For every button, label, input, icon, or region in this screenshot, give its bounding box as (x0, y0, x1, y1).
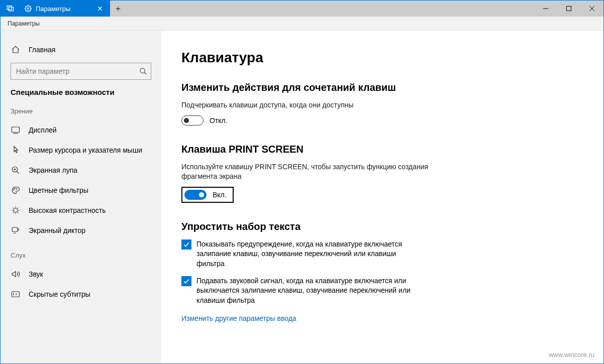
search-icon (139, 67, 147, 75)
gear-icon (25, 5, 32, 12)
search-input[interactable] (11, 63, 151, 80)
sidebar-item-label: Высокая контрастность (29, 206, 106, 214)
checkbox-checked-icon (181, 276, 191, 286)
svg-line-23 (18, 208, 19, 209)
breadcrumb-text: Параметры (8, 20, 40, 27)
checkbox-label: Подавать звуковой сигнал, когда на клави… (196, 276, 423, 306)
svg-line-5 (144, 72, 146, 74)
audio-icon (11, 270, 21, 279)
narrator-icon (11, 226, 21, 235)
setting-desc: Используйте клавишу PRINT SCREEN, чтобы … (181, 162, 463, 182)
sidebar-item-label: Главная (29, 46, 55, 54)
minimize-button[interactable] (534, 1, 557, 17)
checkbox-play-sound[interactable]: Подавать звуковой сигнал, когда на клави… (181, 276, 423, 306)
sidebar-item-audio[interactable]: Звук (1, 264, 161, 284)
sidebar-category: Специальные возможности (1, 88, 161, 96)
setting-desc: Подчеркивать клавиши доступа, когда они … (181, 100, 463, 110)
sidebar-item-label: Скрытые субтитры (29, 290, 90, 298)
captions-icon (11, 290, 21, 299)
svg-point-15 (14, 208, 18, 212)
section-heading: Клавиша PRINT SCREEN (181, 144, 463, 155)
toggle-state-label: Откл. (210, 116, 228, 125)
svg-point-4 (140, 68, 145, 73)
toggle-state-label: Вкл. (213, 191, 227, 199)
sidebar-item-label: Экранный диктор (29, 226, 85, 234)
toggle-switch[interactable] (184, 190, 207, 200)
content: Клавиатура Изменить действия для сочетан… (161, 31, 603, 363)
section-shortcut-actions: Изменить действия для сочетаний клавиш П… (181, 82, 463, 126)
task-view-icon (6, 5, 14, 13)
sidebar-item-home[interactable]: Главная (1, 40, 161, 60)
svg-marker-25 (12, 272, 16, 277)
display-icon (11, 126, 21, 135)
sidebar-item-label: Звук (29, 270, 43, 278)
sidebar-item-narrator[interactable]: Экранный диктор (1, 220, 161, 240)
watermark: www.wincore.ru (549, 351, 594, 358)
contrast-icon (11, 206, 21, 215)
sidebar-item-magnifier[interactable]: Экранная лупа (1, 160, 161, 180)
toggle-print-screen[interactable]: Вкл. (181, 187, 234, 203)
titlebar-drag-area[interactable] (126, 1, 534, 17)
link-other-input-settings[interactable]: Изменить другие параметры ввода (181, 314, 296, 322)
section-simplify-typing: Упростить набор текста Показывать предуп… (181, 221, 463, 323)
svg-rect-26 (12, 292, 20, 297)
svg-point-12 (14, 190, 15, 191)
toggle-switch[interactable] (181, 115, 204, 126)
home-icon (11, 45, 21, 54)
checkbox-show-warning[interactable]: Показывать предупреждение, когда на клав… (181, 239, 423, 269)
sidebar-item-label: Размер курсора и указателя мыши (29, 146, 142, 154)
sidebar: Главная Специальные возможности Зрение Д… (1, 31, 161, 363)
svg-line-20 (13, 208, 14, 209)
new-tab-button[interactable]: ＋ (110, 1, 126, 17)
svg-rect-0 (7, 6, 12, 10)
sidebar-item-display[interactable]: Дисплей (1, 120, 161, 140)
svg-rect-1 (9, 7, 13, 11)
sidebar-item-captions[interactable]: Скрытые субтитры (1, 284, 161, 304)
sidebar-item-cursor[interactable]: Размер курсора и указателя мыши (1, 140, 161, 160)
close-button[interactable] (580, 1, 603, 17)
sidebar-item-high-contrast[interactable]: Высокая контрастность (1, 200, 161, 220)
section-heading: Упростить набор текста (181, 221, 463, 232)
settings-window: Параметры ✕ ＋ Параметры (0, 0, 604, 364)
svg-point-2 (27, 8, 29, 10)
svg-rect-24 (12, 227, 18, 231)
svg-line-9 (17, 171, 19, 174)
tab-close-button[interactable]: ✕ (95, 5, 105, 13)
checkbox-label: Показывать предупреждение, когда на клав… (196, 239, 423, 269)
magnifier-icon (11, 166, 21, 175)
svg-point-13 (15, 188, 16, 189)
search-wrap (11, 63, 151, 80)
svg-point-14 (17, 188, 18, 189)
section-print-screen: Клавиша PRINT SCREEN Используйте клавишу… (181, 144, 463, 203)
sidebar-item-label: Экранная лупа (29, 166, 77, 174)
window-controls (534, 1, 603, 17)
svg-rect-6 (12, 127, 20, 133)
maximize-button[interactable] (557, 1, 580, 17)
tab-title: Параметры (36, 5, 91, 13)
tab-settings[interactable]: Параметры ✕ (20, 1, 110, 17)
sidebar-item-color-filters[interactable]: Цветные фильтры (1, 180, 161, 200)
page-title: Клавиатура (181, 50, 583, 66)
svg-line-21 (18, 212, 19, 213)
body: Главная Специальные возможности Зрение Д… (1, 31, 603, 363)
section-heading: Изменить действия для сочетаний клавиш (181, 82, 463, 93)
cursor-icon (11, 146, 21, 155)
sidebar-item-label: Дисплей (29, 126, 57, 134)
maximize-icon (566, 6, 571, 11)
breadcrumb: Параметры (1, 17, 603, 31)
minimize-icon (543, 6, 548, 11)
svg-line-22 (13, 212, 14, 213)
task-view-button[interactable] (1, 1, 20, 17)
palette-icon (11, 186, 21, 195)
checkbox-checked-icon (181, 239, 191, 250)
svg-rect-3 (567, 7, 571, 11)
toggle-underline-access-keys[interactable]: Откл. (181, 115, 463, 126)
tabset: Параметры ✕ ＋ (1, 1, 126, 17)
sidebar-group-hearing: Слух (1, 252, 161, 259)
close-icon (589, 6, 594, 11)
sidebar-item-label: Цветные фильтры (29, 186, 88, 194)
sidebar-group-vision: Зрение (1, 107, 161, 115)
titlebar: Параметры ✕ ＋ (1, 1, 603, 17)
